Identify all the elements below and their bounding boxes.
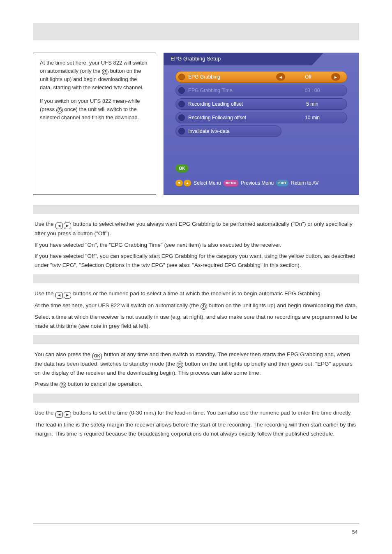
hint-return: Return to AV [291,180,318,186]
osd-hint-bar: ▼ ▲ Select Menu MENU Previous Menu EXIT … [175,180,347,186]
hint-menu-badge: MENU [224,180,239,186]
page-number: 54 [352,529,357,535]
power-icon [177,362,183,368]
osd-row-value: Off [288,74,329,80]
osd-row-value: 10 min [292,115,333,121]
power-icon [60,382,66,388]
osd-row-value: 5 min [292,101,333,107]
sec1-p3: If you have selected "Off", you can spec… [35,252,357,269]
sec3-p1-prefix: Use the [35,410,55,416]
row-bullet-icon [178,74,185,80]
section-3-text: You can also press the OK button at any … [33,350,359,389]
hint-select: Select Menu [194,180,221,186]
power-icon [201,303,207,310]
sec2-p4-prefix: You can also press the [35,351,92,357]
right-arrow-icon: ► [64,411,71,418]
osd-row-label: Recording Leading offset [188,101,292,107]
osd-row-leading-offset[interactable]: Recording Leading offset 5 min [175,98,347,110]
sec2-p1-prefix: Use the [35,290,55,297]
sec3-p2: The lead-in time is the safety margin th… [35,420,357,438]
section-bar-4 [33,394,359,403]
section-bar-3 [33,335,359,344]
hint-down-icon: ▼ [175,180,183,186]
row-bullet-icon [178,114,185,121]
right-arrow-icon: ► [64,223,71,229]
osd-row-label: Recording Following offset [188,115,292,121]
osd-row-label: EPG Grabbing [188,74,274,80]
section-1-text: Use the ◄► buttons to select whether you… [33,220,359,269]
hint-prev: Previous Menu [241,180,274,186]
osd-row-invalidate[interactable]: Invalidate tvtv-data [175,125,281,137]
footer-divider [33,523,359,524]
left-arrow-icon[interactable]: ◄ [276,73,285,81]
left-arrow-icon: ◄ [55,411,63,418]
right-arrow-icon[interactable]: ► [331,73,340,81]
section-2-text: Use the ◄► buttons or the numeric pad to… [33,289,359,330]
section-bar-1 [33,205,359,214]
hint-up-icon: ▲ [184,180,191,186]
osd-title: EPG Grabbing Setup [171,56,221,62]
power-icon [102,69,108,75]
left-arrow-icon: ◄ [55,292,63,299]
osd-body: EPG Grabbing ◄ Off ► EPG Grabbing Time 0… [164,65,359,143]
sec3-p1-suffix: buttons to set the time (0-30 min.) for … [73,410,352,416]
sec2-p2-suffix: button on the unit lights up) and begin … [208,302,357,308]
osd-row-epg-grabbing[interactable]: EPG Grabbing ◄ Off ► [175,71,347,83]
hint-exit-badge: EXIT [276,180,288,186]
sec1-p2: If you have selected "On", the "EPG Grab… [35,241,357,250]
page-heading-bar [33,23,359,40]
row-bullet-icon [178,128,185,134]
osd-row-value: 03 : 00 [292,88,333,93]
right-arrow-icon: ► [64,292,71,299]
section-4-text: Use the ◄► buttons to set the time (0-30… [33,408,359,438]
sec2-p2-prefix: At the time set here, your UFS 822 will … [35,302,201,308]
osd-row-label: Invalidate tvtv-data [188,128,277,134]
row-bullet-icon [178,87,185,94]
sec2-p1-suffix: buttons or the numeric pad to select a t… [73,290,322,297]
sec2-p5-prefix: Press the [35,381,60,387]
sec2-p5-suffix: button to cancel the operation. [68,381,143,387]
left-info-box: At the time set here, your UFS 822 will … [33,53,156,195]
osd-ok-badge[interactable]: OK [175,164,189,172]
power-icon [56,107,63,114]
osd-row-following-offset[interactable]: Recording Following offset 10 min [175,112,347,123]
left-arrow-icon: ◄ [55,223,63,229]
osd-header: EPG Grabbing Setup [164,53,359,65]
osd-title-tab: EPG Grabbing Setup [164,53,312,65]
sec1-p1-prefix: Use the [35,221,55,227]
section-bar-2 [33,274,359,283]
osd-screenshot: EPG Grabbing Setup EPG Grabbing ◄ Off ► … [164,53,359,195]
ok-button-icon: OK [92,353,102,359]
sec2-p3: Select a time at which the receiver is n… [35,313,357,330]
osd-row-epg-time: EPG Grabbing Time 03 : 00 [175,85,347,96]
sec1-p1-suffix: buttons to select whether you always wan… [35,221,353,236]
row-bullet-icon [178,101,185,107]
osd-row-label: EPG Grabbing Time [188,88,292,93]
top-columns: At the time set here, your UFS 822 will … [33,53,359,195]
